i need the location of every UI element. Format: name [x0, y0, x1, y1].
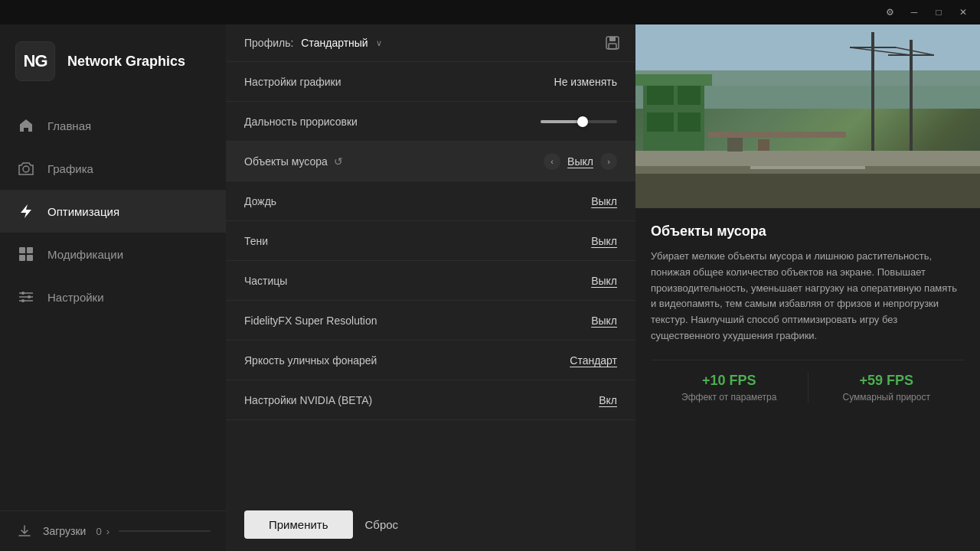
downloads-count: 0	[96, 526, 101, 537]
row-label-graphics: Настройки графики	[244, 76, 554, 88]
svg-rect-2	[27, 247, 33, 253]
close-button[interactable]: ✕	[952, 5, 974, 20]
titlebar: ⚙ ─ □ ✕	[0, 0, 980, 24]
sidebar-item-optimization[interactable]: Оптимизация	[0, 190, 226, 233]
save-button[interactable]	[605, 35, 620, 51]
sliders-icon	[15, 286, 37, 308]
downloads-progress-bar	[119, 530, 211, 532]
bolt-icon	[15, 201, 37, 222]
row-street-lights[interactable]: Яркость уличных фонарей Стандарт	[226, 341, 635, 380]
svg-rect-13	[609, 44, 616, 49]
settings-button[interactable]: ⚙	[879, 5, 900, 20]
row-value-particles: Выкл	[591, 275, 617, 287]
minimize-button[interactable]: ─	[903, 5, 925, 20]
sidebar-label-home: Главная	[47, 119, 91, 132]
svg-rect-33	[727, 138, 743, 152]
stat-effect-label: Эффект от параметра	[681, 392, 776, 403]
sidebar-nav: Главная Графика Оптимиз	[0, 98, 226, 510]
svg-rect-27	[678, 112, 701, 132]
svg-rect-24	[647, 86, 674, 105]
refresh-icon: ↺	[334, 155, 343, 168]
svg-rect-4	[27, 255, 33, 261]
trash-value: Выкл	[565, 155, 596, 168]
downloads-label: Загрузки	[43, 525, 87, 537]
row-label-nvidia: Настройки NVIDIA (BETA)	[244, 394, 599, 406]
row-shadows[interactable]: Тени Выкл	[226, 221, 635, 261]
row-label-shadows: Тени	[244, 235, 591, 247]
sidebar-item-settings[interactable]: Настройки	[0, 276, 226, 318]
settings-panel: Профиль: Стандартный ∨ Н	[226, 24, 635, 551]
content-area: Профиль: Стандартный ∨ Н	[226, 24, 980, 551]
svg-rect-31	[750, 166, 865, 169]
row-value-lights: Стандарт	[570, 354, 617, 367]
next-arrow[interactable]: ›	[600, 153, 617, 170]
home-icon	[15, 115, 37, 136]
info-section: Объекты мусора Убирает мелкие объекты му…	[635, 208, 980, 551]
row-render-distance[interactable]: Дальность прорисовки	[226, 102, 635, 142]
row-nvidia[interactable]: Настройки NVIDIA (BETA) Вкл	[226, 380, 635, 420]
row-particles[interactable]: Частицы Выкл	[226, 261, 635, 301]
stats-row: +10 FPS Эффект от параметра +59 FPS Сумм…	[651, 360, 965, 403]
svg-rect-35	[635, 174, 980, 208]
svg-rect-32	[708, 132, 846, 138]
row-trash-objects[interactable]: Объекты мусора ↺ ‹ Выкл ›	[226, 142, 635, 181]
row-value-fsr: Выкл	[591, 315, 617, 327]
sidebar-label-graphics: Графика	[47, 162, 93, 175]
prev-arrow[interactable]: ‹	[544, 153, 560, 170]
info-description: Убирает мелкие объекты мусора и лишнюю р…	[651, 249, 965, 344]
app-title: Network Graphics	[67, 54, 185, 70]
info-title: Объекты мусора	[651, 223, 965, 240]
row-label-render: Дальность прорисовки	[244, 116, 541, 128]
svg-point-10	[21, 299, 24, 302]
svg-rect-12	[609, 37, 616, 41]
stat-total-label: Суммарный прирост	[843, 392, 930, 403]
maximize-button[interactable]: □	[928, 5, 949, 20]
row-label-rain: Дождь	[244, 195, 591, 207]
stat-effect: +10 FPS Эффект от параметра	[651, 373, 808, 403]
row-label-lights: Яркость уличных фонарей	[244, 354, 570, 367]
row-graphics-settings[interactable]: Настройки графики Не изменять	[226, 62, 635, 102]
render-slider[interactable]	[541, 120, 617, 123]
svg-rect-26	[647, 112, 674, 132]
download-icon	[15, 522, 34, 540]
row-value-shadows: Выкл	[591, 235, 617, 247]
logo-area: NG Network Graphics	[0, 24, 226, 98]
sidebar-item-mods[interactable]: Модификации	[0, 233, 226, 276]
sidebar-item-home[interactable]: Главная	[0, 104, 226, 147]
svg-rect-25	[678, 86, 701, 105]
action-bar: Применить Сброс	[226, 498, 635, 551]
sidebar-label-optimization: Оптимизация	[47, 205, 119, 218]
row-label-fsr: FidelityFX Super Resolution	[244, 315, 591, 327]
downloads-arrow: ›	[106, 526, 109, 537]
profile-header: Профиль: Стандартный ∨	[226, 24, 635, 62]
row-value-rain: Выкл	[591, 195, 617, 207]
grid-icon	[15, 243, 37, 265]
profile-name[interactable]: Стандартный	[301, 37, 368, 49]
preview-image	[635, 24, 980, 208]
downloads-bar[interactable]: Загрузки 0 ›	[0, 510, 226, 551]
svg-point-9	[28, 295, 31, 298]
svg-point-0	[23, 166, 29, 172]
row-label-particles: Частицы	[244, 275, 591, 287]
main-content: Профиль: Стандартный ∨ Н	[226, 24, 980, 551]
sidebar-label-settings: Настройки	[47, 291, 104, 304]
svg-rect-3	[19, 255, 25, 261]
sidebar-item-graphics[interactable]: Графика	[0, 147, 226, 190]
stat-effect-value: +10 FPS	[702, 373, 756, 389]
apply-button[interactable]: Применить	[244, 510, 353, 539]
profile-chevron-icon: ∨	[376, 38, 382, 48]
row-fsr[interactable]: FidelityFX Super Resolution Выкл	[226, 301, 635, 341]
row-rain[interactable]: Дождь Выкл	[226, 181, 635, 221]
stat-total: +59 FPS Суммарный прирост	[808, 373, 965, 403]
svg-rect-30	[635, 151, 980, 166]
sidebar: NG Network Graphics Главная	[0, 24, 226, 551]
svg-rect-28	[635, 74, 712, 86]
reset-button[interactable]: Сброс	[365, 518, 399, 531]
row-value-trash: ‹ Выкл ›	[544, 153, 617, 170]
sidebar-label-mods: Модификации	[47, 248, 123, 261]
row-value-render	[541, 120, 617, 123]
row-value-nvidia: Вкл	[599, 394, 617, 406]
logo-icon: NG	[15, 41, 55, 81]
right-panel: Объекты мусора Убирает мелкие объекты му…	[635, 24, 980, 551]
svg-rect-34	[758, 139, 769, 151]
